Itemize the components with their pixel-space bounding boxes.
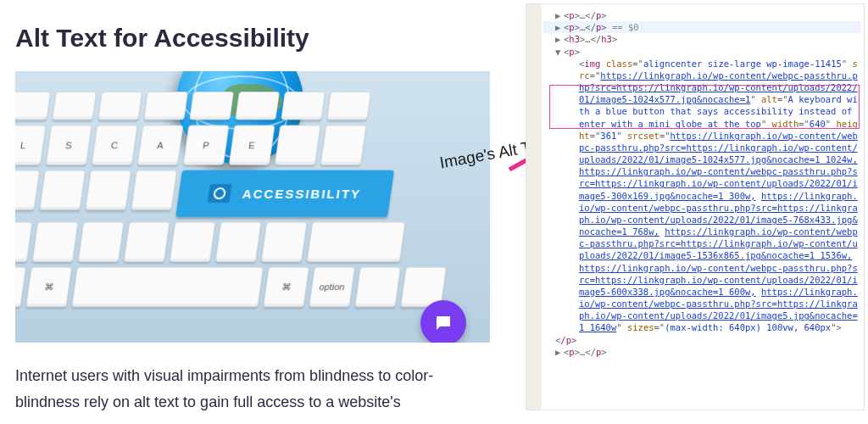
devtools-elements-panel[interactable]: ▶<p>…</p> ▶<p>…</p> == $0 ▶<h3>…</h3> ▼<… [526, 3, 865, 410]
contact-card-icon [207, 184, 231, 203]
key-option-l: option [15, 267, 26, 307]
devtools-gutter [526, 4, 542, 410]
key-cmd-r: ⌘ [263, 267, 309, 307]
accessibility-key: ACCESSIBILITY [175, 170, 394, 217]
hero-image: L S C A P E ACCESSIBILITY option [15, 71, 490, 343]
devtools-source[interactable]: ▶<p>…</p> ▶<p>…</p> == $0 ▶<h3>…</h3> ▼<… [543, 9, 860, 358]
key-p: P [183, 125, 230, 165]
article-caption: Internet users with visual impairments f… [15, 363, 490, 415]
key-a: A [137, 125, 184, 165]
caption-line2: blindness rely on alt text to gain full … [15, 393, 401, 410]
key-space [71, 267, 264, 307]
article-panel: Alt Text for Accessibility L S C A P E [15, 24, 490, 415]
code-line-selected[interactable]: ▶<p>…</p> == $0 [543, 21, 860, 33]
code-line[interactable]: ▼<p> [543, 46, 860, 58]
article-title: Alt Text for Accessibility [15, 24, 490, 53]
keyboard-illustration: L S C A P E ACCESSIBILITY option [15, 92, 490, 312]
caption-line1: Internet users with visual impairments f… [15, 367, 433, 384]
code-line[interactable]: ▶<p>…</p> [543, 9, 860, 21]
key-s: S [46, 125, 92, 165]
code-line[interactable]: </p> [543, 334, 860, 346]
key-e: E [229, 125, 275, 165]
key-cmd-l: ⌘ [25, 267, 72, 307]
chat-bubble-icon [433, 313, 453, 333]
code-line[interactable]: ▶<p>…</p> [543, 346, 860, 358]
key-l: L [15, 125, 46, 165]
accessibility-key-label: ACCESSIBILITY [242, 187, 363, 201]
key-option-r: option [309, 267, 355, 307]
code-img-element[interactable]: <img class="aligncenter size-large wp-im… [543, 58, 860, 334]
code-line[interactable]: ▶<h3>…</h3> [543, 33, 860, 45]
chat-fab[interactable] [420, 300, 466, 343]
key-c: C [92, 125, 138, 165]
